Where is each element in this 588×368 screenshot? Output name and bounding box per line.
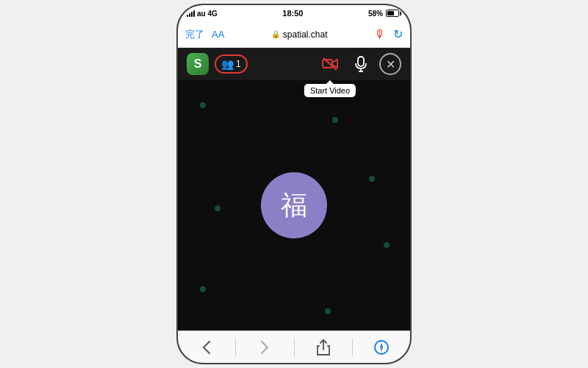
close-button[interactable]: ✕ [379, 53, 401, 75]
user-avatar[interactable]: 福 [261, 172, 327, 238]
decor-dot [384, 242, 390, 248]
reload-icon[interactable]: ↻ [393, 27, 403, 41]
compass-icon [373, 339, 390, 355]
decor-dot [215, 205, 220, 211]
mic-active-icon[interactable]: 🎙 [374, 28, 386, 41]
video-button-container: Start Video [318, 52, 343, 77]
browser-right: 🎙 ↻ [374, 27, 403, 41]
phone-frame: au 4G 18:50 58% 完了 AA 🔒 spatial.chat 🎙 ↻ [176, 4, 412, 364]
main-content: 福 [178, 80, 410, 330]
start-video-tooltip: Start Video [304, 84, 356, 97]
avatar-character: 福 [281, 188, 307, 224]
users-badge[interactable]: 👥 1 [215, 54, 248, 74]
share-button[interactable] [295, 339, 352, 355]
video-off-button[interactable] [318, 52, 343, 77]
browser-bar: 完了 AA 🔒 spatial.chat 🎙 ↻ [178, 21, 410, 48]
decor-dot [369, 176, 375, 182]
mic-button[interactable] [348, 52, 373, 77]
mic-icon [355, 56, 367, 72]
app-toolbar: S 👥 1 Start Video [178, 48, 410, 80]
time-display: 18:50 [282, 9, 303, 18]
status-right: 58% [368, 10, 401, 18]
spatial-logo: S [187, 53, 209, 75]
browser-left[interactable]: 完了 AA [185, 28, 224, 41]
back-icon [202, 340, 211, 355]
users-icon: 👥 [221, 58, 234, 70]
forward-icon [260, 340, 269, 355]
url-text: spatial.chat [283, 29, 328, 40]
url-bar[interactable]: 🔒 spatial.chat [224, 29, 374, 40]
lock-icon: 🔒 [271, 30, 280, 38]
decor-dot [200, 102, 206, 108]
battery-percent: 58% [368, 10, 383, 18]
done-button[interactable]: 完了 [185, 28, 204, 41]
svg-rect-3 [358, 57, 364, 66]
decor-dot [200, 286, 206, 292]
signal-bars [187, 10, 195, 17]
back-button[interactable] [178, 340, 235, 355]
text-size-button[interactable]: AA [212, 29, 224, 40]
share-icon [317, 339, 330, 355]
decor-dot [325, 308, 331, 314]
compass-button[interactable] [353, 339, 410, 355]
user-count: 1 [236, 59, 241, 69]
status-bar: au 4G 18:50 58% [178, 5, 410, 21]
battery-icon [386, 10, 401, 17]
status-left: au 4G [187, 10, 218, 18]
carrier-label: au 4G [197, 10, 218, 18]
camera-off-icon [322, 57, 338, 71]
forward-button[interactable] [236, 340, 293, 355]
bottom-nav [178, 330, 410, 363]
decor-dot [332, 117, 338, 123]
